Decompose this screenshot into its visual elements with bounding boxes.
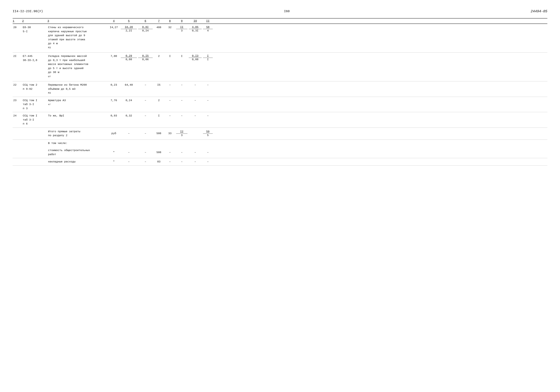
row-col4: 0,23 — [108, 83, 120, 87]
row-num: 23 — [13, 98, 22, 103]
col-header-2: 2 — [22, 20, 47, 23]
row-col10: – — [188, 113, 202, 118]
row-col11: 58 4 — [202, 25, 213, 33]
summary-unit-overhead: " — [108, 159, 120, 164]
row-col9: – — [175, 98, 188, 103]
row-col6: – — [138, 98, 153, 103]
row-col7: 2 — [153, 98, 164, 103]
row-code: E8-30 5-I — [22, 25, 47, 34]
summary-col5-constr: – — [120, 150, 138, 155]
row-col5: 64,40 — [120, 83, 138, 87]
summary-col6-constr: – — [138, 150, 153, 155]
row-col7: 2 — [153, 54, 164, 59]
row-num: 20 — [13, 25, 22, 30]
row-col8: – — [164, 113, 175, 118]
table-row: 24 ССЦ том I таб 3-I п 6 То же, BpI 0,93… — [13, 112, 547, 128]
row-col11: – — [202, 113, 213, 118]
row-col10: – — [188, 98, 202, 103]
table-row: 23 ССЦ том I таб 3-I п 3 Арматура А3 кг … — [13, 97, 547, 112]
summary-unit-constr: " — [108, 150, 120, 155]
summary-num — [13, 152, 22, 153]
row-col5: 0,32 — [120, 113, 138, 118]
summary-code — [22, 161, 47, 162]
row-col10: – — [188, 83, 202, 87]
summary-row-construction: стоимость общестроительныхработ " – – 50… — [13, 147, 547, 158]
summary-row-including: В том числе: — [13, 140, 547, 147]
doc-number-left: II4-I2-23I.90(У) — [13, 10, 43, 13]
row-description: То же, BpI — [47, 113, 108, 118]
table-row: 22 ССЦ том 2 п 9-92 Перемычки из бетона … — [13, 81, 547, 97]
col-header-11: II — [202, 20, 213, 23]
row-col8: 32 — [164, 25, 175, 30]
row-num: 2I — [13, 54, 22, 59]
col-header-8: 8 — [164, 20, 175, 23]
row-description: Арматура А3 кг — [47, 98, 108, 107]
row-col5: 0,29 0,08 — [120, 54, 138, 62]
summary-label-overhead: накладные расходы — [47, 159, 108, 164]
table-row: 20 E8-30 5-I Стены из керамического кирп… — [13, 24, 547, 53]
row-col8: – — [164, 83, 175, 87]
summary-code — [22, 133, 47, 134]
row-col10: 4,05 0,3I — [188, 25, 202, 33]
row-col4: 0,93 — [108, 113, 120, 118]
summary-col10-overhead: – — [188, 159, 202, 164]
page-header: II4-I2-23I.90(У) I60 24494-05 — [13, 10, 547, 13]
column-headers: 1 2 3 4 5 6 7 8 9 IO II — [13, 18, 547, 24]
row-col9: II 3 — [175, 25, 188, 33]
row-col9: – — [175, 113, 188, 118]
row-col10: 0,I3 0,08 — [188, 54, 202, 62]
summary-col8: 33 — [164, 131, 175, 136]
summary-col7-constr: 508 — [153, 150, 164, 155]
row-col11: – — [202, 83, 213, 87]
summary-col5: – — [120, 131, 138, 136]
row-num: 24 — [13, 113, 22, 118]
summary-code — [22, 143, 47, 143]
row-col9: – — [175, 83, 188, 87]
summary-col8-overhead: – — [164, 159, 175, 164]
row-code: ССЦ том I таб 3-I п 3 — [22, 98, 47, 111]
col-header-10: IO — [188, 20, 202, 23]
row-col9: I — [175, 54, 188, 59]
summary-col9-constr: – — [175, 150, 188, 155]
summary-col7-overhead: 83 — [153, 159, 164, 164]
row-code: ССЦ том I таб 3-I п 6 — [22, 113, 47, 126]
row-col4: 7,00 — [108, 54, 120, 59]
row-col4: 7,76 — [108, 98, 120, 103]
row-col11: I I — [202, 54, 213, 62]
row-code: E7-445 38-IO-I,8 — [22, 54, 47, 63]
row-description: Укладка перемычек массой до 0,3 т при на… — [47, 54, 108, 79]
summary-col6: – — [138, 131, 153, 136]
col-header-3: 3 — [47, 20, 108, 23]
col-header-1: 1 — [13, 20, 22, 23]
row-col8: – — [164, 98, 175, 103]
col-header-4: 4 — [108, 20, 120, 23]
row-col6: – — [138, 83, 153, 87]
summary-num — [13, 143, 22, 143]
row-code: ССЦ том 2 п 9-92 — [22, 83, 47, 91]
table-row: 2I E7-445 38-IO-I,8 Укладка перемычек ма… — [13, 53, 547, 81]
row-col11: – — [202, 98, 213, 103]
row-col7: I — [153, 113, 164, 118]
col-header-6: 6 — [138, 20, 153, 23]
row-col8: I — [164, 54, 175, 59]
summary-num — [13, 161, 22, 162]
summary-num — [13, 133, 22, 134]
summary-col5-overhead: – — [120, 159, 138, 164]
summary-col7: 508 — [153, 131, 164, 136]
summary-row-overhead: накладные расходы " – – 83 – – – – — [13, 158, 547, 166]
row-num: 22 — [13, 83, 22, 87]
summary-col9: I2 3 — [175, 129, 188, 137]
summary-col10-constr: – — [188, 150, 202, 155]
summary-label-construction: стоимость общестроительныхработ — [47, 148, 108, 157]
table-body: 20 E8-30 5-I Стены из керамического кирп… — [13, 24, 547, 166]
summary-col10 — [188, 133, 202, 134]
row-col5: 0,24 — [120, 98, 138, 103]
summary-col11: 59 5 — [202, 129, 213, 137]
row-col6: 0,I5 0,06 — [138, 54, 153, 62]
row-description: Перемычки из бетона М200 объёмом до 0,5 … — [47, 83, 108, 95]
summary-unit: руб — [108, 131, 120, 136]
col-header-9: 9 — [175, 20, 188, 23]
row-col5: 34,20 2,2I — [120, 25, 138, 33]
summary-col9-overhead: – — [175, 159, 188, 164]
summary-code — [22, 152, 47, 153]
